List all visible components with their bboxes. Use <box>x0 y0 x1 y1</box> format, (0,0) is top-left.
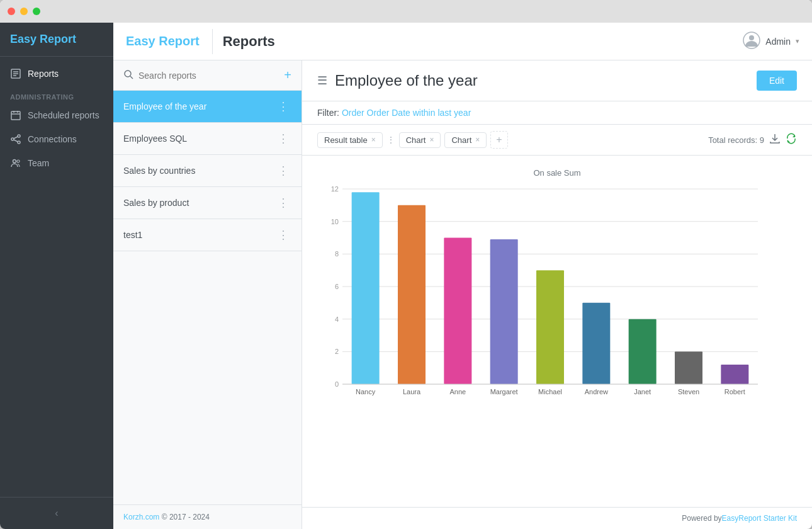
user-avatar-icon <box>743 31 760 51</box>
svg-text:Andrew: Andrew <box>585 388 608 395</box>
report-item-label: Sales by countries <box>123 166 275 176</box>
app-window: Easy Report Reports ADMINISTRATING <box>0 0 812 529</box>
svg-rect-43 <box>536 270 564 384</box>
calendar-icon <box>10 110 21 121</box>
search-icon <box>123 69 133 82</box>
svg-point-17 <box>125 71 131 77</box>
titlebar <box>0 0 812 23</box>
tab-chart-1[interactable]: Chart × <box>399 132 441 148</box>
svg-point-13 <box>13 160 16 163</box>
connections-icon <box>10 134 21 145</box>
tab-result-table-label: Result table <box>324 135 368 145</box>
tab-chart-2[interactable]: Chart × <box>444 132 487 148</box>
filter-value[interactable]: Order Order Date within last year <box>342 108 471 118</box>
search-input[interactable] <box>138 71 279 81</box>
close-button[interactable] <box>8 8 15 15</box>
hamburger-icon[interactable]: ☰ <box>317 74 327 88</box>
search-bar: + <box>113 60 302 91</box>
add-report-button[interactable]: + <box>284 68 291 82</box>
chart-title: On sale Sum <box>317 168 797 178</box>
report-item-menu-icon[interactable]: ⋮ <box>275 196 291 210</box>
sidebar-reports-label: Reports <box>28 69 59 79</box>
dropdown-icon: ▾ <box>796 37 799 45</box>
footer-years: © 2017 - 2024 <box>162 513 210 521</box>
svg-rect-45 <box>582 303 610 384</box>
sidebar-item-team[interactable]: Team <box>0 151 113 175</box>
reports-icon <box>10 68 21 79</box>
svg-rect-49 <box>675 351 702 384</box>
header-divider <box>212 29 213 54</box>
sidebar-nav: Reports ADMINISTRATING Scheduled reports <box>0 57 113 497</box>
svg-text:Nancy: Nancy <box>356 388 376 395</box>
add-tab-button[interactable]: + <box>490 131 507 149</box>
content-area: + Employee of the year ⋮ Employees SQL ⋮… <box>113 60 812 529</box>
total-records-label: Total records: 9 <box>708 135 764 145</box>
tab-result-table-close[interactable]: × <box>371 135 376 144</box>
powered-by-link[interactable]: EasyReport Starter Kit <box>722 514 797 523</box>
report-item-test1[interactable]: test1 ⋮ <box>113 219 302 251</box>
sidebar-item-scheduled[interactable]: Scheduled reports <box>0 103 113 127</box>
report-item-employee-of-year[interactable]: Employee of the year ⋮ <box>113 91 302 123</box>
report-item-label: test1 <box>123 230 275 240</box>
svg-text:Margaret: Margaret <box>490 388 518 395</box>
sidebar-section-label: ADMINISTRATING <box>0 86 113 103</box>
tab-chart-1-close[interactable]: × <box>429 135 434 144</box>
reports-footer: Korzh.com © 2017 - 2024 <box>113 504 302 529</box>
svg-text:Laura: Laura <box>403 388 421 395</box>
svg-text:10: 10 <box>331 218 339 225</box>
svg-text:Steven: Steven <box>678 388 699 395</box>
report-item-menu-icon[interactable]: ⋮ <box>275 228 291 242</box>
sidebar-footer: ‹ <box>0 497 113 529</box>
svg-point-16 <box>749 35 754 40</box>
report-item-menu-icon[interactable]: ⋮ <box>275 100 291 113</box>
app-header: Easy Report Reports Admin ▾ <box>113 23 812 60</box>
report-item-menu-icon[interactable]: ⋮ <box>275 164 291 178</box>
edit-button[interactable]: Edit <box>757 71 797 91</box>
korzh-link[interactable]: Korzh.com <box>123 513 159 521</box>
maximize-button[interactable] <box>33 8 40 15</box>
export-icon[interactable] <box>769 133 781 147</box>
svg-text:6: 6 <box>335 283 339 290</box>
report-item-menu-icon[interactable]: ⋮ <box>275 132 291 145</box>
bar-chart: 024681012NancyLauraAnneMargaretMichaelAn… <box>317 183 770 409</box>
tab-chart-2-label: Chart <box>451 135 471 145</box>
svg-rect-39 <box>444 238 471 385</box>
sidebar-item-reports[interactable]: Reports <box>0 62 113 86</box>
refresh-icon[interactable] <box>786 133 797 147</box>
app-logo: Easy Report <box>0 23 113 57</box>
filter-label: Filter: <box>317 108 339 118</box>
header-title: Reports <box>223 33 743 50</box>
report-item-sales-by-product[interactable]: Sales by product ⋮ <box>113 187 302 219</box>
sidebar-item-connections[interactable]: Connections <box>0 127 113 151</box>
spacer <box>113 251 302 504</box>
svg-point-8 <box>11 138 14 140</box>
chart-area: On sale Sum 024681012NancyLauraAnneMarga… <box>302 156 812 507</box>
svg-text:0: 0 <box>335 380 339 388</box>
svg-rect-51 <box>721 365 748 384</box>
detail-panel: ☰ Employee of the year Edit Filter: Orde… <box>302 60 812 529</box>
report-item-sales-by-countries[interactable]: Sales by countries ⋮ <box>113 155 302 187</box>
minimize-button[interactable] <box>20 8 28 15</box>
report-item-employees-sql[interactable]: Employees SQL ⋮ <box>113 123 302 155</box>
tabs-right-area: Total records: 9 <box>708 133 797 147</box>
main-area: Easy Report Reports Admin ▾ <box>113 23 812 529</box>
detail-footer: Powered by EasyReport Starter Kit <box>302 507 812 529</box>
collapse-button[interactable]: ‹ <box>10 505 103 521</box>
svg-text:Robert: Robert <box>725 388 745 395</box>
svg-text:2: 2 <box>335 348 339 355</box>
filter-bar: Filter: Order Order Date within last yea… <box>302 101 812 125</box>
user-menu[interactable]: Admin ▾ <box>743 31 799 51</box>
svg-rect-4 <box>11 111 20 120</box>
tab-chart-2-close[interactable]: × <box>475 135 480 144</box>
report-title: Employee of the year <box>335 72 749 89</box>
tab-chart-1-label: Chart <box>406 135 426 145</box>
tab-result-table[interactable]: Result table × <box>317 132 383 148</box>
tab-drag-handle: ⋮ <box>386 135 395 145</box>
svg-point-10 <box>18 141 20 144</box>
chart-container: 024681012NancyLauraAnneMargaretMichaelAn… <box>317 183 797 412</box>
detail-header: ☰ Employee of the year Edit <box>302 60 812 101</box>
svg-text:4: 4 <box>335 316 339 323</box>
report-item-label: Sales by product <box>123 198 275 208</box>
svg-marker-20 <box>787 140 790 142</box>
reports-list-panel: + Employee of the year ⋮ Employees SQL ⋮… <box>113 60 302 529</box>
